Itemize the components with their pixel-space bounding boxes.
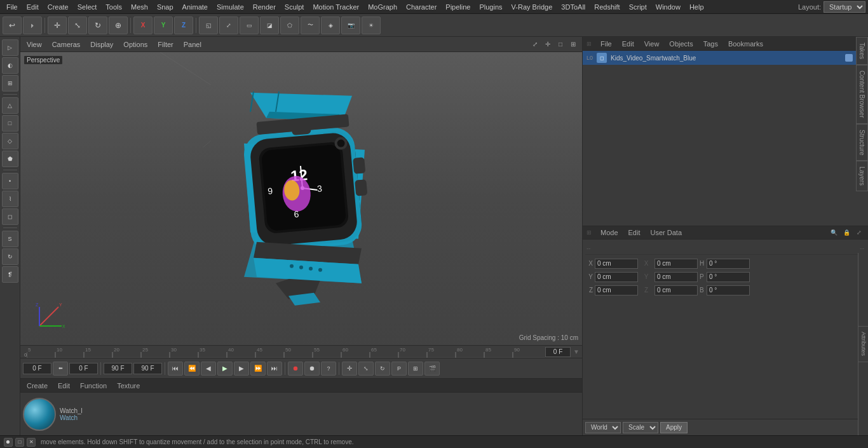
- tab-attributes[interactable]: Attributes: [858, 326, 869, 362]
- playback-skip-start[interactable]: ⏮: [168, 362, 183, 376]
- status-icon-window[interactable]: □: [15, 438, 24, 447]
- world-dropdown[interactable]: World: [585, 422, 621, 433]
- playback-end-frame2[interactable]: [133, 363, 162, 374]
- viewport-menu-options[interactable]: Options: [121, 39, 150, 50]
- toolbar-rotate[interactable]: ↻: [88, 17, 107, 34]
- attr-tab-mode[interactable]: Mode: [598, 227, 621, 238]
- menu-sculpt[interactable]: Sculpt: [281, 2, 308, 12]
- material-thumbnail[interactable]: [23, 398, 56, 431]
- menu-character[interactable]: Character: [402, 2, 440, 12]
- attr-lock-icon[interactable]: 🔒: [841, 227, 851, 238]
- attr-z-pos[interactable]: [595, 285, 638, 295]
- toolbar-light[interactable]: ☀: [362, 17, 381, 34]
- playback-help[interactable]: ?: [321, 362, 336, 376]
- sidebar-edge-mode[interactable]: ⌇: [2, 191, 18, 207]
- sidebar-knife[interactable]: S: [2, 231, 18, 247]
- menu-motion-tracker[interactable]: Motion Tracker: [309, 2, 363, 12]
- menu-snap[interactable]: Snap: [153, 2, 177, 12]
- viewport-maximize-icon[interactable]: □: [555, 39, 566, 50]
- playback-play[interactable]: ▶: [217, 362, 233, 376]
- menu-window[interactable]: Window: [652, 2, 684, 12]
- attr-tab-user-data[interactable]: User Data: [648, 227, 685, 238]
- viewport-menu-filter[interactable]: Filter: [155, 39, 175, 50]
- layout-dropdown[interactable]: Startup: [824, 1, 865, 13]
- menu-script[interactable]: Script: [625, 2, 651, 12]
- obj-tab-bookmarks[interactable]: Bookmarks: [726, 39, 766, 49]
- playback-frame-fwd[interactable]: ▶: [234, 362, 249, 376]
- material-tab-function[interactable]: Function: [78, 381, 109, 391]
- toolbar-subdivide[interactable]: ⤢: [219, 17, 238, 34]
- sidebar-texture[interactable]: ◐: [2, 57, 18, 74]
- sidebar-brush[interactable]: ❡: [2, 266, 18, 283]
- menu-file[interactable]: File: [3, 2, 22, 12]
- playback-step-fwd[interactable]: ⏩: [250, 362, 266, 376]
- playback-skip-end[interactable]: ⏭: [267, 362, 282, 376]
- obj-tab-objects[interactable]: Objects: [667, 39, 695, 49]
- viewport-move-icon[interactable]: ✛: [543, 39, 553, 50]
- menu-select[interactable]: Select: [74, 2, 101, 12]
- viewport-expand-icon[interactable]: ⤢: [530, 39, 540, 50]
- playback-step-back[interactable]: ⬅: [53, 362, 68, 376]
- playback-scale-tool[interactable]: ⤡: [358, 362, 374, 376]
- menu-create[interactable]: Create: [44, 2, 72, 12]
- playback-render[interactable]: 🎬: [424, 362, 440, 376]
- scale-dropdown[interactable]: Scale: [623, 422, 658, 433]
- attr-z-rot[interactable]: [654, 285, 698, 295]
- sidebar-poly-mode[interactable]: ◻: [2, 208, 18, 225]
- attr-h-val[interactable]: [707, 259, 750, 269]
- playback-rotate-tool[interactable]: ↻: [375, 362, 390, 376]
- attr-expand-icon[interactable]: ⤢: [854, 227, 864, 238]
- material-tab-edit[interactable]: Edit: [55, 381, 72, 391]
- playback-step-back2[interactable]: ⏪: [184, 362, 200, 376]
- playback-move-tool[interactable]: ✛: [342, 362, 357, 376]
- menu-vray-bridge[interactable]: V-Ray Bridge: [508, 2, 557, 12]
- sidebar-inner-extrude[interactable]: ⬟: [2, 151, 18, 167]
- playback-record[interactable]: ⏺: [288, 362, 303, 376]
- sidebar-bevel[interactable]: ◇: [2, 133, 18, 149]
- toolbar-nurbs[interactable]: ⬠: [280, 17, 299, 34]
- menu-help[interactable]: Help: [686, 2, 708, 12]
- status-icon-record[interactable]: ⏺: [4, 438, 13, 447]
- playback-current-frame[interactable]: [69, 363, 98, 374]
- toolbar-move[interactable]: ✛: [48, 17, 67, 34]
- obj-tab-tags[interactable]: Tags: [701, 39, 721, 49]
- attr-x-pos[interactable]: [595, 259, 638, 269]
- toolbar-shape[interactable]: ◪: [260, 17, 279, 34]
- obj-tab-view[interactable]: View: [642, 39, 662, 49]
- material-tab-texture[interactable]: Texture: [114, 381, 142, 391]
- toolbar-spline[interactable]: 〜: [301, 17, 320, 34]
- menu-3dtoall[interactable]: 3DToAll: [557, 2, 589, 12]
- toolbar-scale[interactable]: ⤡: [68, 17, 87, 34]
- toolbar-z-axis[interactable]: Z: [174, 17, 193, 34]
- menu-redshift[interactable]: Redshift: [590, 2, 623, 12]
- tab-takes[interactable]: Takes: [856, 37, 868, 65]
- playback-end-frame[interactable]: [104, 363, 132, 374]
- sidebar-extrude[interactable]: □: [2, 115, 18, 132]
- sidebar-model-mode[interactable]: ▷: [2, 39, 18, 56]
- attr-p-val[interactable]: [707, 272, 750, 282]
- tab-layers[interactable]: Layers: [856, 161, 868, 191]
- menu-mograph[interactable]: MoGraph: [364, 2, 401, 12]
- tab-content-browser[interactable]: Content Browser: [856, 65, 868, 123]
- toolbar-camera[interactable]: 📷: [341, 17, 360, 34]
- attr-x-rot[interactable]: [654, 259, 698, 269]
- viewport-3d[interactable]: Perspective: [20, 52, 582, 345]
- viewport-menu-display[interactable]: Display: [88, 39, 116, 50]
- viewport-menu-panel[interactable]: Panel: [181, 39, 204, 50]
- attr-y-pos[interactable]: [595, 272, 638, 282]
- obj-tab-edit[interactable]: Edit: [620, 39, 637, 49]
- status-icon-close[interactable]: ✕: [27, 438, 36, 447]
- tab-structure[interactable]: Structure: [856, 124, 868, 161]
- attr-y-rot[interactable]: [654, 272, 698, 282]
- object-row-watch[interactable]: L0 ◻ Kids_Video_Smartwatch_Blue ⋮: [583, 51, 868, 65]
- playback-frame-back[interactable]: ◀: [201, 362, 216, 376]
- timeline[interactable]: 0 5 10 15 20 25: [20, 345, 582, 358]
- toolbar-field[interactable]: ◈: [321, 17, 340, 34]
- material-tab-create[interactable]: Create: [24, 381, 50, 391]
- menu-edit[interactable]: Edit: [23, 2, 43, 12]
- sidebar-magnet[interactable]: ↻: [2, 248, 18, 265]
- attr-search-icon[interactable]: 🔍: [829, 227, 839, 238]
- current-frame-input[interactable]: [545, 347, 571, 357]
- sidebar-grid[interactable]: ⊞: [2, 75, 18, 92]
- menu-tools[interactable]: Tools: [102, 2, 126, 12]
